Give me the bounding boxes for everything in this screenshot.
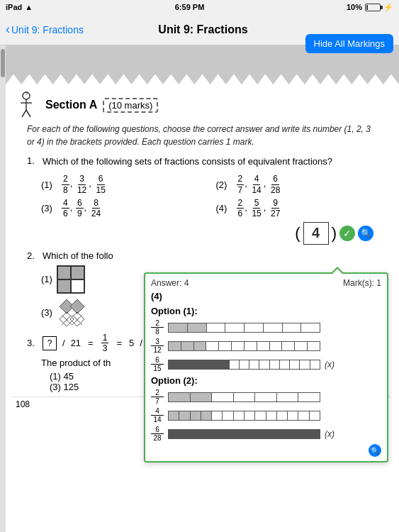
bar-row-6-15: 615 (x) <box>151 356 381 372</box>
q1-number: 1. <box>27 155 38 166</box>
opt4-label: (4) <box>216 203 232 214</box>
frac-4-6: 46 <box>62 198 69 219</box>
q1-text: Which of the following sets of fractions… <box>43 155 332 168</box>
frac-4-14: 414 <box>250 174 262 195</box>
opt2-x-label: (x) <box>325 429 335 439</box>
bar-row-2-7: 27 <box>151 389 381 405</box>
frac-9-27: 927 <box>269 198 281 219</box>
q3-box1: ? <box>43 336 57 350</box>
diamond-shapes <box>57 297 96 328</box>
popup-arrow-inner <box>332 269 343 275</box>
svg-marker-7 <box>70 299 84 314</box>
frac-3-12: 312 <box>76 174 88 195</box>
correct-checkmark: ✓ <box>339 226 355 241</box>
charge-icon: ⚡ <box>383 3 393 12</box>
frac-2-6: 26 <box>237 198 245 219</box>
section-title: Section A <box>45 99 97 111</box>
close-bracket: ) <box>332 224 337 243</box>
option-2: (2) 27, 414, 628 <box>216 174 377 195</box>
bar-row-3-12: 312 <box>151 338 381 354</box>
grid-shape-1 <box>57 265 85 294</box>
back-button[interactable]: ‹ Unit 9: Fractions <box>6 22 84 37</box>
option-3: (3) 46, 69, 824 <box>41 198 202 219</box>
battery-icon <box>365 4 381 11</box>
section-icon: ? <box>16 92 37 118</box>
opt2-label: (2) <box>216 179 232 190</box>
popup-answer-text: Answer: 4 <box>151 278 189 288</box>
svg-line-4 <box>26 110 30 117</box>
popup-option-header: (4) <box>151 291 381 301</box>
svg-text:?: ? <box>25 92 28 96</box>
opt3-label: (3) <box>41 203 57 214</box>
answer-popup: Answer: 4 Mark(s): 1 (4) Option (1): 28 <box>144 272 388 462</box>
bar-row-4-14: 414 <box>151 407 381 423</box>
nav-title: Unit 9: Fractions <box>158 23 247 36</box>
bar-row-6-28: 628 <box>151 426 381 442</box>
scrollbar-track[interactable] <box>0 45 6 532</box>
section-header: ? Section A (10 marks) <box>16 92 390 118</box>
status-left: iPad ▲ <box>6 3 33 11</box>
q2-number: 2. <box>27 250 38 261</box>
question-1: 1. Which of the following sets of fracti… <box>27 155 376 245</box>
svg-line-3 <box>22 110 26 117</box>
section-marks: (10 marks) <box>103 98 158 113</box>
open-bracket: ( <box>295 224 300 243</box>
svg-marker-9 <box>70 312 84 326</box>
frac-2-8: 28 <box>62 174 69 195</box>
device-label: iPad <box>6 3 22 11</box>
instructions: For each of the following questions, cho… <box>27 123 376 148</box>
bar-row-2-8: 28 <box>151 319 381 336</box>
page-number: 108 <box>16 399 30 409</box>
opt1-label: (1) <box>41 179 57 190</box>
status-bar: iPad ▲ 6:59 PM 10% ⚡ <box>0 0 399 14</box>
scroll-area: ? Section A (10 marks) For each of the f… <box>0 45 399 532</box>
frac-5-15: 515 <box>250 198 262 219</box>
popup-search-icon[interactable]: 🔍 <box>369 444 381 457</box>
back-label: Unit 9: Fractions <box>11 24 84 35</box>
q2-text: Which of the follo <box>43 250 113 261</box>
status-right: 10% ⚡ <box>347 3 393 12</box>
battery-percent: 10% <box>347 3 362 11</box>
popup-header: Answer: 4 Mark(s): 1 <box>151 278 381 288</box>
option-1: (1) 28, 312, 615 <box>41 174 202 195</box>
popup-opt1-label: Option (1): <box>151 306 381 316</box>
frac-2-7: 27 <box>237 174 245 195</box>
popup-opt2-label: Option (2): <box>151 375 381 386</box>
status-time: 6:59 PM <box>175 3 205 11</box>
frac-6-9: 69 <box>76 198 84 219</box>
svg-marker-8 <box>60 312 74 326</box>
hide-markings-button[interactable]: Hide All Markings <box>305 34 393 53</box>
frac-1-3: 13 <box>101 333 109 354</box>
frac-6-28: 628 <box>269 174 281 195</box>
q3-number: 3. <box>27 338 38 348</box>
answer-box: 4 <box>303 222 329 245</box>
opt1-x-label: (x) <box>325 360 335 370</box>
option-4: (4) 26, 515, 927 <box>216 198 377 219</box>
chevron-left-icon: ‹ <box>6 22 10 37</box>
wifi-icon: ▲ <box>25 3 33 11</box>
scrollbar-thumb[interactable] <box>1 49 5 77</box>
search-icon[interactable]: 🔍 <box>358 226 373 241</box>
frac-6-15: 615 <box>95 174 107 195</box>
frac-8-24: 824 <box>90 198 102 219</box>
popup-marks-text: Mark(s): 1 <box>343 278 381 288</box>
